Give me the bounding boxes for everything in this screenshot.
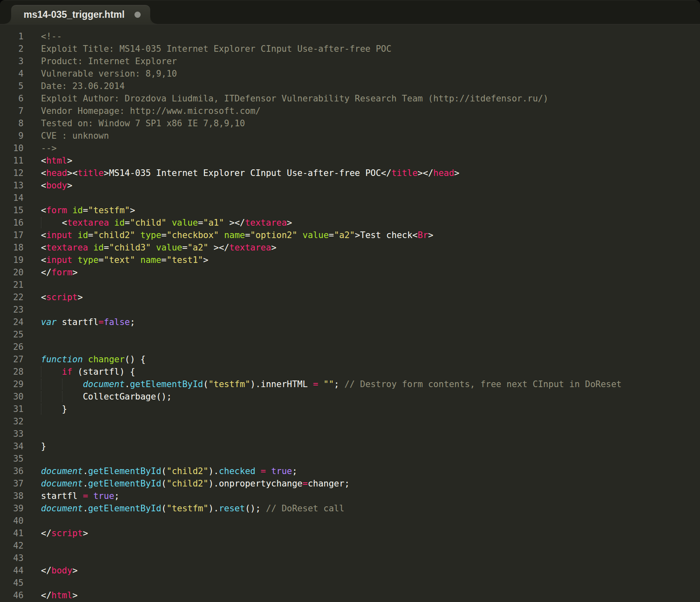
code-line: 18<textarea id="child3" value="a2" ></te… xyxy=(0,241,700,254)
indent-guide xyxy=(41,391,41,402)
tab-ms14-035-trigger[interactable]: ms14-035_trigger.html xyxy=(11,5,151,24)
code-text: } xyxy=(41,403,67,415)
line-number: 38 xyxy=(0,490,24,502)
line-number: 30 xyxy=(0,390,24,403)
code-text: <head><title>MS14-035 Internet Explorer … xyxy=(41,167,460,179)
line-number: 16 xyxy=(0,217,24,229)
code-editor[interactable]: 1<!--2Exploit Title: MS14-035 Internet E… xyxy=(0,24,700,602)
code-text: <form id="testfm"> xyxy=(41,204,135,217)
code-line: 31 } xyxy=(0,403,700,415)
code-text: Product: Internet Explorer xyxy=(41,55,177,67)
code-text: </script> xyxy=(41,527,88,539)
code-line: 19<input type="text" name="test1"> xyxy=(0,254,700,266)
code-text: --> xyxy=(41,142,57,154)
line-number: 33 xyxy=(0,428,24,440)
code-text: <!-- xyxy=(41,30,62,43)
code-line: 29 document.getElementById("testfm").inn… xyxy=(0,378,700,390)
line-number: 41 xyxy=(0,527,24,539)
line-number: 14 xyxy=(0,192,24,204)
code-text: CVE : unknown xyxy=(41,130,109,142)
code-text: Tested on: Window 7 SP1 x86 IE 7,8,9,10 xyxy=(41,117,245,130)
indent-guide xyxy=(62,391,62,402)
line-number: 27 xyxy=(0,353,24,366)
line-number: 42 xyxy=(0,539,24,552)
line-number: 39 xyxy=(0,502,24,515)
line-number: 26 xyxy=(0,341,24,353)
code-text: CollectGarbage(); xyxy=(41,390,172,403)
code-line: 43 xyxy=(0,552,700,564)
line-number: 15 xyxy=(0,204,24,217)
line-number: 20 xyxy=(0,266,24,279)
line-number: 7 xyxy=(0,105,24,117)
line-number: 9 xyxy=(0,130,24,142)
line-number: 32 xyxy=(0,415,24,428)
line-number: 4 xyxy=(0,67,24,80)
code-line: 23 xyxy=(0,303,700,316)
line-number: 40 xyxy=(0,515,24,527)
indent-guide xyxy=(41,217,41,228)
line-number: 24 xyxy=(0,316,24,328)
code-text: <html> xyxy=(41,154,72,167)
code-line: 33 xyxy=(0,428,700,440)
line-number: 37 xyxy=(0,477,24,490)
modified-indicator-dot[interactable] xyxy=(134,12,141,18)
code-text: function changer() { xyxy=(41,353,146,366)
code-line: 39document.getElementById("testfm").rese… xyxy=(0,502,700,515)
code-line: 5Date: 23.06.2014 xyxy=(0,80,700,92)
code-line: 32 xyxy=(0,415,700,428)
code-line: 1<!-- xyxy=(0,30,700,43)
tab-title: ms14-035_trigger.html xyxy=(24,9,125,20)
code-text: Vendor Homepage: http://www.microsoft.co… xyxy=(41,105,261,117)
code-line: 30 CollectGarbage(); xyxy=(0,390,700,403)
code-text: Vulnerable version: 8,9,10 xyxy=(41,67,177,80)
code-line: 11<html> xyxy=(0,154,700,167)
code-line: 41</script> xyxy=(0,527,700,539)
code-text: Exploit Author: Drozdova Liudmila, ITDef… xyxy=(41,92,548,105)
code-line: 15<form id="testfm"> xyxy=(0,204,700,217)
code-text: <input type="text" name="test1"> xyxy=(41,254,209,266)
code-line: 7Vendor Homepage: http://www.microsoft.c… xyxy=(0,105,700,117)
code-line: 14 xyxy=(0,192,700,204)
code-text: document.getElementById("child2").onprop… xyxy=(41,477,350,490)
code-line: 37document.getElementById("child2").onpr… xyxy=(0,477,700,490)
line-number: 12 xyxy=(0,167,24,179)
code-line: 45 xyxy=(0,577,700,589)
line-number: 28 xyxy=(0,366,24,378)
line-number: 17 xyxy=(0,229,24,241)
line-number: 21 xyxy=(0,279,24,291)
code-line: 25 xyxy=(0,328,700,341)
indent-guide xyxy=(41,404,41,414)
code-text: } xyxy=(41,440,46,453)
line-number: 2 xyxy=(0,43,24,55)
code-line: 4Vulnerable version: 8,9,10 xyxy=(0,67,700,80)
code-line: 34} xyxy=(0,440,700,453)
code-line: 38startfl = true; xyxy=(0,490,700,502)
code-text: Date: 23.06.2014 xyxy=(41,80,125,92)
code-text: startfl = true; xyxy=(41,490,120,502)
code-text: </form> xyxy=(41,266,78,279)
code-text: document.getElementById("testfm").reset(… xyxy=(41,502,344,515)
code-line: 21 xyxy=(0,279,700,291)
line-number: 46 xyxy=(0,589,24,602)
line-number: 11 xyxy=(0,154,24,167)
line-number: 34 xyxy=(0,440,24,453)
line-number: 29 xyxy=(0,378,24,390)
line-number: 3 xyxy=(0,55,24,67)
code-line: 10--> xyxy=(0,142,700,154)
code-line: 6Exploit Author: Drozdova Liudmila, ITDe… xyxy=(0,92,700,105)
code-line: 2Exploit Title: MS14-035 Internet Explor… xyxy=(0,43,700,55)
code-line: 40 xyxy=(0,515,700,527)
code-line: 24var startfl=false; xyxy=(0,316,700,328)
line-number: 13 xyxy=(0,179,24,192)
code-line: 27function changer() { xyxy=(0,353,700,366)
tab-bar: ms14-035_trigger.html xyxy=(0,0,700,24)
code-line: 26 xyxy=(0,341,700,353)
code-line: 17<input id="child2" type="checkbox" nam… xyxy=(0,229,700,241)
code-line: 28 if (startfl) { xyxy=(0,366,700,378)
line-number: 31 xyxy=(0,403,24,415)
code-line: 35 xyxy=(0,453,700,465)
line-number: 23 xyxy=(0,303,24,316)
line-number: 5 xyxy=(0,80,24,92)
code-text: document.getElementById("child2").checke… xyxy=(41,465,297,477)
line-number: 22 xyxy=(0,291,24,303)
